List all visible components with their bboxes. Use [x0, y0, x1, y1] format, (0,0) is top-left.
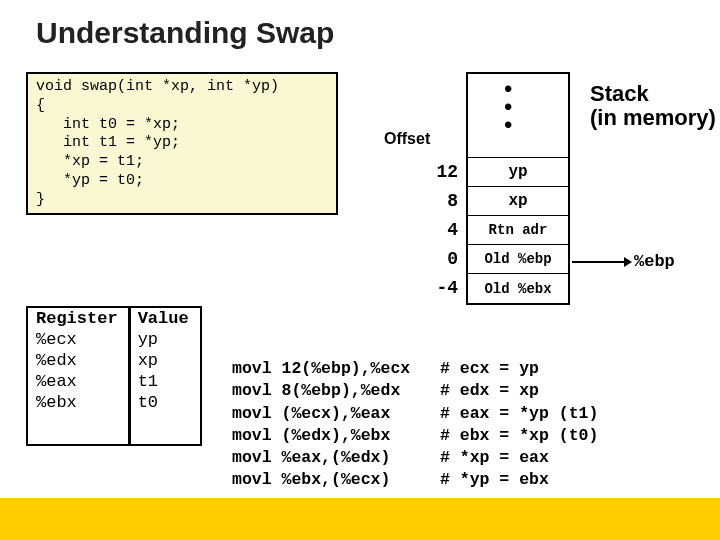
register-divider — [128, 306, 131, 446]
offset-val: -4 — [418, 274, 458, 303]
table-row: Old %ebx — [468, 274, 568, 303]
cell: %eax — [30, 371, 132, 392]
table-row: %eaxt1 — [30, 371, 203, 392]
register-table: Register Value %ecxyp %edxxp %eaxt1 %ebx… — [30, 308, 203, 413]
code-listing: void swap(int *xp, int *yp) { int t0 = *… — [26, 72, 338, 215]
cell: t1 — [132, 371, 203, 392]
offset-val: 4 — [418, 216, 458, 245]
table-row: Rtn adr — [468, 216, 568, 245]
assembly-listing: movl 12(%ebp),%ecx # ecx = yp movl 8(%eb… — [232, 358, 598, 492]
cell: %edx — [30, 350, 132, 371]
val-header: Value — [132, 308, 203, 329]
stack-line1: Stack — [590, 81, 649, 106]
table-row — [468, 74, 568, 158]
stack-table: yp xp Rtn adr Old %ebp Old %ebx — [466, 72, 570, 305]
cell: %ebx — [30, 392, 132, 413]
reg-header: Register — [30, 308, 132, 329]
offset-val: 12 — [418, 158, 458, 187]
offset-val: 0 — [418, 245, 458, 274]
cell: t0 — [132, 392, 203, 413]
offset-column: 12 8 4 0 -4 — [418, 158, 458, 303]
table-row: yp — [468, 158, 568, 187]
table-row: %ecxyp — [30, 329, 203, 350]
stack-heading: Stack (in memory) — [590, 82, 716, 130]
stack-line2: (in memory) — [590, 105, 716, 130]
ebp-label: %ebp — [634, 252, 675, 271]
cell: %ecx — [30, 329, 132, 350]
table-row: Register Value — [30, 308, 203, 329]
cell: yp — [132, 329, 203, 350]
table-row: Old %ebp — [468, 245, 568, 274]
cell: xp — [132, 350, 203, 371]
footer-bar — [0, 498, 720, 540]
page-title: Understanding Swap — [36, 16, 334, 50]
table-row: xp — [468, 187, 568, 216]
table-row: %edxxp — [30, 350, 203, 371]
offset-heading: Offset — [384, 130, 430, 148]
table-row: %ebxt0 — [30, 392, 203, 413]
offset-val: 8 — [418, 187, 458, 216]
arrow-icon — [572, 261, 630, 263]
